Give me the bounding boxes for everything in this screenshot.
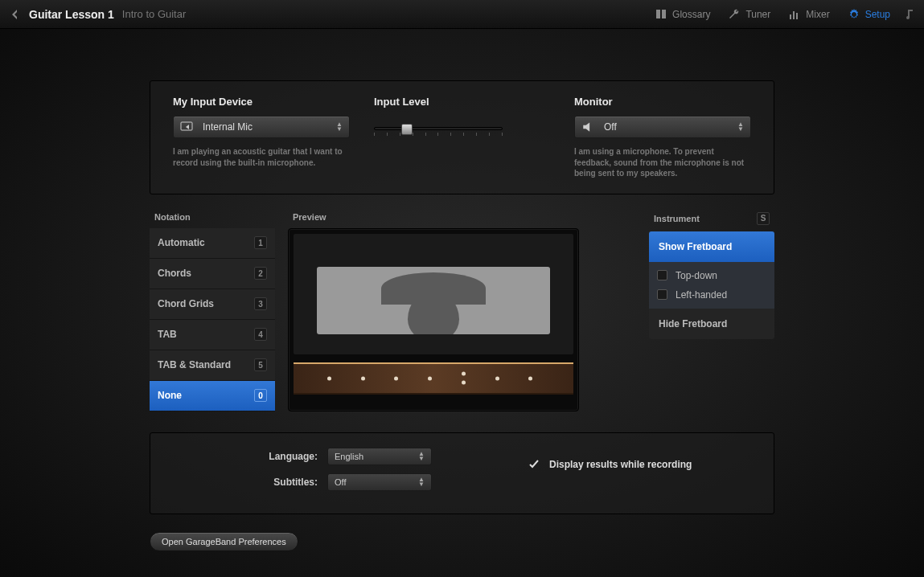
notation-item-label: None — [158, 390, 182, 401]
notation-item-label: TAB & Standard — [158, 359, 231, 370]
hide-fretboard-button[interactable]: Hide Fretboard — [649, 309, 774, 339]
preview-header: Preview — [288, 209, 579, 228]
shortcut-badge: 5 — [254, 358, 267, 371]
open-preferences-button[interactable]: Open GarageBand Preferences — [150, 532, 298, 551]
gear-icon — [848, 8, 860, 21]
checkbox-icon[interactable] — [657, 270, 667, 280]
shortcut-badge: S — [757, 212, 770, 225]
shortcut-badge: 1 — [254, 236, 267, 249]
display-results-label: Display results while recording — [549, 459, 692, 470]
slider-knob[interactable] — [401, 124, 413, 135]
svg-rect-1 — [793, 11, 795, 19]
notation-item-none[interactable]: None 0 — [150, 381, 275, 411]
lesson-title: Guitar Lesson 1 — [29, 8, 114, 21]
monitor-title: Monitor — [574, 96, 751, 108]
lesson-subtitle: Intro to Guitar — [122, 8, 186, 20]
notation-item-tab-standard[interactable]: TAB & Standard 5 — [150, 350, 275, 381]
topbar-mixer-label: Mixer — [806, 9, 829, 20]
fretboard-preview — [294, 362, 573, 395]
monitor-help: I am using a microphone. To prevent feed… — [574, 146, 751, 179]
input-device-title: My Input Device — [173, 96, 350, 108]
notation-item-automatic[interactable]: Automatic 1 — [150, 228, 275, 259]
updown-icon: ▲▼ — [336, 122, 343, 132]
wrench-icon — [728, 8, 741, 21]
topbar-setup-label: Setup — [865, 9, 890, 20]
language-value: English — [335, 452, 363, 461]
topbar: Guitar Lesson 1 Intro to Guitar Glossary… — [0, 0, 924, 29]
notation-item-label: Automatic — [158, 237, 205, 248]
updown-icon: ▲▼ — [737, 122, 744, 132]
topbar-music[interactable] — [903, 8, 916, 21]
preview-box — [288, 228, 579, 411]
updown-icon: ▲▼ — [418, 477, 425, 487]
display-results-checkbox-row[interactable]: Display results while recording — [528, 459, 692, 470]
input-device-select[interactable]: Internal Mic ▲▼ — [173, 116, 350, 138]
topbar-mixer[interactable]: Mixer — [788, 8, 829, 21]
topbar-tuner-label: Tuner — [745, 9, 770, 20]
subtitles-label: Subtitles: — [173, 477, 318, 488]
svg-rect-0 — [790, 14, 791, 19]
notation-item-tab[interactable]: TAB 4 — [150, 320, 275, 350]
back-arrow-icon[interactable] — [8, 8, 21, 21]
notation-header: Notation — [150, 209, 275, 228]
preview-video — [294, 234, 573, 354]
hide-fretboard-label: Hide Fretboard — [659, 318, 727, 329]
topbar-tuner[interactable]: Tuner — [728, 8, 770, 21]
input-level-slider[interactable] — [374, 127, 503, 130]
shortcut-badge: 3 — [254, 297, 267, 310]
updown-icon: ▲▼ — [418, 452, 425, 461]
notation-title: Notation — [154, 212, 191, 222]
speaker-icon — [581, 121, 596, 133]
open-preferences-label: Open GarageBand Preferences — [162, 537, 286, 546]
shortcut-badge: 0 — [254, 389, 267, 402]
monitor-mic-icon — [180, 121, 195, 133]
monitor-select[interactable]: Off ▲▼ — [574, 116, 751, 138]
monitor-value: Off — [604, 121, 617, 133]
book-icon — [655, 8, 667, 21]
subtitles-value: Off — [335, 477, 346, 487]
input-device-help: I am playing an acoustic guitar that I w… — [173, 146, 350, 168]
instrument-header: Instrument S — [649, 209, 774, 231]
topdown-checkbox-row[interactable]: Top-down — [657, 267, 766, 284]
slider-ticks — [374, 133, 503, 136]
lefthanded-checkbox-row[interactable]: Left-handed — [657, 286, 766, 304]
checkbox-icon[interactable] — [657, 289, 667, 300]
shortcut-badge: 2 — [254, 267, 267, 280]
notation-item-label: Chord Grids — [158, 298, 214, 309]
sliders-icon — [788, 8, 801, 21]
preview-title: Preview — [293, 212, 326, 222]
lefthanded-label: Left-handed — [676, 289, 727, 301]
language-select[interactable]: English ▲▼ — [327, 448, 432, 465]
topbar-glossary[interactable]: Glossary — [655, 8, 710, 21]
instrument-title: Instrument — [654, 214, 700, 223]
notation-item-label: Chords — [158, 268, 191, 279]
io-panel: My Input Device Internal Mic ▲▼ I am pla… — [150, 80, 774, 194]
notation-item-chord-grids[interactable]: Chord Grids 3 — [150, 289, 275, 320]
show-fretboard-button[interactable]: Show Fretboard — [649, 231, 774, 262]
input-level-title: Input Level — [374, 96, 550, 108]
topbar-glossary-label: Glossary — [672, 9, 710, 20]
notation-item-chords[interactable]: Chords 2 — [150, 259, 275, 289]
notation-list: Automatic 1 Chords 2 Chord Grids 3 TAB 4… — [150, 228, 275, 411]
checkmark-icon[interactable] — [528, 459, 540, 470]
input-device-value: Internal Mic — [203, 121, 253, 133]
topbar-setup[interactable]: Setup — [848, 8, 890, 21]
svg-rect-3 — [181, 122, 192, 130]
subtitles-select[interactable]: Off ▲▼ — [327, 473, 432, 491]
shortcut-badge: 4 — [254, 328, 267, 341]
language-label: Language: — [173, 451, 318, 462]
settings-panel: Language: English ▲▼ Subtitles: Off ▲▼ — [150, 432, 774, 514]
notation-item-label: TAB — [158, 329, 177, 340]
person-silhouette-icon — [317, 267, 550, 334]
note-icon — [903, 8, 916, 21]
topdown-label: Top-down — [676, 270, 717, 281]
show-fretboard-label: Show Fretboard — [659, 241, 732, 252]
svg-rect-2 — [796, 13, 798, 19]
